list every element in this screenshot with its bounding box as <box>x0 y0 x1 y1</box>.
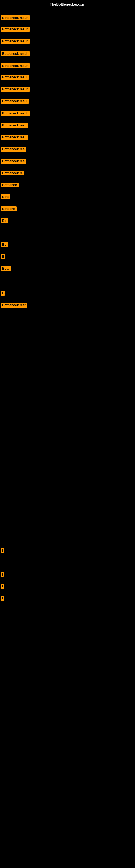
bottleneck-badge[interactable]: B <box>1 584 4 589</box>
bottleneck-badge-row: Bottleneck result <box>1 39 30 45</box>
bottleneck-badge-row: Bottl <box>1 266 11 272</box>
bottleneck-badge-row: Bottleneck result <box>1 63 30 69</box>
bottleneck-badge-row: Bottleneck resu <box>1 135 28 141</box>
bottleneck-badge[interactable]: Bottleneck result <box>1 87 30 92</box>
bottleneck-badge[interactable]: Bottleneck rest <box>1 303 27 308</box>
bottleneck-badge[interactable]: Bottleneck resu <box>1 135 28 140</box>
bottleneck-badge-row: | <box>1 548 4 554</box>
bottleneck-badge[interactable]: Bo <box>1 218 8 223</box>
bottleneck-badge-row: Bottleneck res <box>1 159 26 165</box>
bottleneck-badge[interactable]: Bottleneck resul <box>1 75 29 80</box>
bottleneck-badge-row: Bottleneck result <box>1 87 30 93</box>
bottleneck-badge[interactable]: Bottleneck result <box>1 51 30 56</box>
bottleneck-badge-row: Bottleneck resul <box>1 75 29 81</box>
bottleneck-badge[interactable]: Bottl <box>1 266 11 271</box>
bottleneck-badge[interactable]: Bottleneck res <box>1 159 26 163</box>
bottleneck-badge-row: Bottleneck result <box>1 111 30 117</box>
bottleneck-badge[interactable]: Bottlene <box>1 207 17 211</box>
bottleneck-badge[interactable]: Bottleneck result <box>1 27 30 32</box>
bottleneck-badge[interactable]: B <box>1 291 5 296</box>
bottleneck-badge-row: Bo <box>1 218 8 224</box>
bottleneck-badge-row: Bottleneck resul <box>1 99 29 105</box>
bottleneck-badge-row: Bottleneck result <box>1 27 30 33</box>
bottleneck-badge-row: Bottleneck result <box>1 51 30 57</box>
bottleneck-badge[interactable]: Bott <box>1 194 10 199</box>
bottleneck-badge-row: Bottleneck res <box>1 147 26 153</box>
bottleneck-badge-row: Bottleneck rest <box>1 303 27 309</box>
bottleneck-badge-row: Bottlene <box>1 207 17 212</box>
bottleneck-badge-row: B <box>1 596 4 601</box>
bottleneck-badge-row: Bottleneck re <box>1 170 24 177</box>
bottleneck-badge-row: Bott <box>1 194 10 200</box>
bottleneck-badge[interactable]: Bottleneck result <box>1 39 30 44</box>
bottleneck-badge-row: Bottleneck result <box>1 16 30 22</box>
bottleneck-badge[interactable]: Bottleneck resul <box>1 99 29 104</box>
bottleneck-badge[interactable]: Bottleneck re <box>1 170 24 176</box>
bottleneck-badge[interactable]: Bottleneck resu <box>1 123 28 128</box>
bottleneck-badge-row: B <box>1 584 4 590</box>
bottleneck-badge[interactable]: Bo <box>1 242 8 247</box>
bottleneck-badge[interactable]: B <box>1 596 4 600</box>
bottleneck-badge[interactable]: B <box>1 254 5 259</box>
bottleneck-badge-row: Bottlenec <box>1 183 18 188</box>
bottleneck-badge[interactable]: Bottleneck res <box>1 147 26 152</box>
bottleneck-badge[interactable]: Bottleneck result <box>1 111 30 116</box>
bottleneck-badge-row: Bo <box>1 242 8 248</box>
bottleneck-badge[interactable]: | <box>1 572 4 577</box>
bottleneck-badge[interactable]: Bottleneck result <box>1 16 30 20</box>
bottleneck-badge[interactable]: Bottlenec <box>1 183 18 187</box>
bottleneck-badge-row: B <box>1 254 5 260</box>
bottleneck-badge-row: | <box>1 572 4 578</box>
bottleneck-badge[interactable]: | <box>1 548 4 553</box>
bottleneck-badge-row: B <box>1 291 5 297</box>
bottleneck-badge-row: Bottleneck resu <box>1 123 28 129</box>
site-title: TheBottlenecker.com <box>0 0 135 8</box>
bottleneck-badge[interactable]: Bottleneck result <box>1 63 30 68</box>
